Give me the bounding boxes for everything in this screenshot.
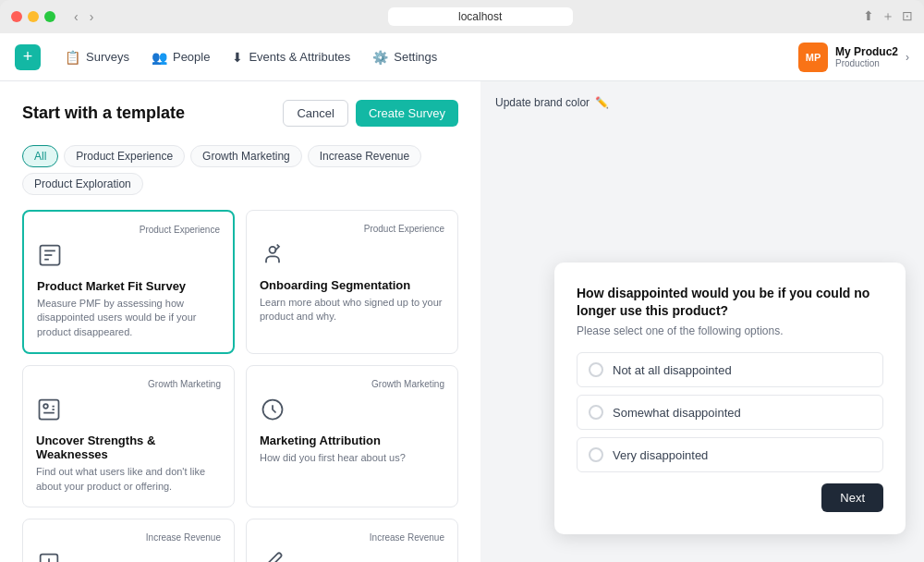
template-card-onboarding[interactable]: Product Experience Onboarding Segmentati…	[246, 210, 458, 354]
org-avatar: MP	[798, 43, 828, 72]
nav-label-settings: Settings	[394, 50, 437, 64]
card-icon-onboarding	[260, 241, 289, 271]
filter-tab-product-exploration[interactable]: Product Exploration	[22, 173, 143, 195]
org-chevron-icon[interactable]: ›	[906, 51, 909, 64]
header-actions: Cancel Create Survey	[283, 100, 458, 127]
nav-label-events: Events & Attributes	[249, 50, 350, 64]
nav-item-surveys[interactable]: 📋 Surveys	[55, 44, 139, 70]
nav-items: 📋 Surveys 👥 People ⬇ Events & Attributes…	[55, 44, 798, 70]
org-env: Production	[835, 58, 898, 68]
filter-tab-product-experience[interactable]: Product Experience	[64, 145, 185, 167]
card-title-attribution: Marketing Attribution	[260, 434, 444, 447]
back-button[interactable]: ‹	[70, 7, 82, 26]
nav-right: MP My Produc2 Production ›	[798, 43, 909, 72]
url-input[interactable]	[388, 7, 573, 26]
template-card-trial[interactable]: Increase Revenue Missed Trial Conversion…	[246, 519, 458, 562]
nav-item-settings[interactable]: ⚙️ Settings	[363, 44, 446, 70]
nav-label-surveys: Surveys	[86, 50, 129, 64]
events-icon: ⬇	[232, 50, 243, 65]
card-badge-attribution: Growth Marketing	[260, 379, 444, 389]
svg-rect-5	[40, 400, 59, 420]
page-title: Start with a template	[22, 104, 185, 123]
brand-color-bar: Update brand color ✏️	[495, 96, 909, 109]
duplicate-icon[interactable]: ⊡	[902, 8, 913, 25]
template-grid: Product Experience Product Market Fit Su…	[22, 210, 458, 562]
template-card-churn[interactable]: Increase Revenue Churn Survey Find out w…	[22, 519, 235, 562]
edit-brand-color-icon[interactable]: ✏️	[595, 96, 609, 109]
app-nav: + 📋 Surveys 👥 People ⬇ Events & Attribut…	[0, 33, 924, 81]
org-info: My Produc2 Production	[835, 45, 898, 68]
org-name: My Produc2	[835, 45, 898, 58]
nav-item-people[interactable]: 👥 People	[142, 44, 219, 70]
browser-titlebar: ‹ › ⬆ ＋ ⊡	[0, 0, 924, 33]
settings-icon: ⚙️	[372, 50, 388, 65]
app-window: + 📋 Surveys 👥 People ⬇ Events & Attribut…	[0, 33, 924, 562]
browser-actions: ⬆ ＋ ⊡	[863, 8, 913, 25]
card-title-onboarding: Onboarding Segmentation	[260, 278, 444, 292]
card-desc-pmf: Measure PMF by assessing how disappointe…	[37, 297, 220, 339]
card-badge-strengths: Growth Marketing	[36, 379, 221, 389]
traffic-lights	[11, 11, 55, 22]
card-badge-onboarding: Product Experience	[260, 224, 444, 234]
card-badge-trial: Increase Revenue	[260, 532, 444, 543]
share-icon[interactable]: ⬆	[863, 8, 874, 25]
survey-option-very[interactable]: Very disappointed	[577, 437, 883, 472]
nav-item-events[interactable]: ⬇ Events & Attributes	[223, 44, 359, 70]
survey-footer: Next	[577, 483, 883, 512]
radio-somewhat	[589, 405, 603, 420]
filter-tab-growth-marketing[interactable]: Growth Marketing	[190, 145, 302, 167]
card-icon-pmf	[37, 242, 67, 272]
card-icon-churn	[36, 550, 66, 562]
survey-subtitle: Please select one of the following optio…	[577, 324, 883, 337]
filter-tab-increase-revenue[interactable]: Increase Revenue	[308, 145, 421, 167]
next-button[interactable]: Next	[821, 483, 883, 512]
right-panel: Update brand color ✏️ How disappointed w…	[480, 81, 924, 562]
survey-option-somewhat[interactable]: Somewhat disappointed	[577, 395, 883, 430]
option-label-somewhat: Somewhat disappointed	[613, 406, 741, 420]
add-button[interactable]: +	[15, 44, 41, 70]
cancel-button[interactable]: Cancel	[283, 100, 347, 127]
browser-controls: ‹ ›	[70, 7, 97, 26]
card-desc-strengths: Find out what users like and don't like …	[36, 465, 221, 494]
forward-button[interactable]: ›	[86, 7, 98, 26]
card-icon-strengths	[36, 397, 66, 426]
radio-not-at-all	[589, 362, 603, 377]
radio-very	[589, 447, 603, 462]
card-desc-attribution: How did you first hear about us?	[260, 451, 444, 465]
card-badge-churn: Increase Revenue	[36, 532, 221, 543]
template-card-pmf[interactable]: Product Experience Product Market Fit Su…	[22, 210, 235, 354]
svg-point-6	[43, 404, 48, 409]
traffic-light-yellow[interactable]	[28, 11, 39, 22]
brand-color-label: Update brand color	[495, 96, 590, 109]
page-header: Start with a template Cancel Create Surv…	[22, 100, 458, 127]
card-title-pmf: Product Market Fit Survey	[37, 279, 220, 293]
card-icon-attribution	[260, 397, 289, 426]
template-card-attribution[interactable]: Growth Marketing Marketing Attribution H…	[246, 365, 458, 507]
template-card-strengths[interactable]: Growth Marketing Uncover Strengths & Wea…	[22, 365, 235, 507]
left-panel: Start with a template Cancel Create Surv…	[0, 81, 480, 562]
traffic-light-green[interactable]	[44, 11, 55, 22]
surveys-icon: 📋	[65, 50, 80, 65]
create-survey-button[interactable]: Create Survey	[356, 100, 458, 127]
survey-preview: How disappointed would you be if you cou…	[554, 263, 906, 534]
card-icon-trial	[260, 550, 289, 562]
main-content: Start with a template Cancel Create Surv…	[0, 81, 924, 562]
filter-tab-all[interactable]: All	[22, 145, 58, 167]
new-tab-icon[interactable]: ＋	[881, 8, 894, 25]
browser-chrome: ‹ › ⬆ ＋ ⊡	[0, 0, 924, 33]
nav-label-people: People	[173, 50, 210, 64]
survey-question: How disappointed would you be if you cou…	[577, 285, 883, 321]
card-badge-pmf: Product Experience	[37, 225, 220, 235]
address-bar	[104, 7, 856, 26]
traffic-light-red[interactable]	[11, 11, 22, 22]
option-label-very: Very disappointed	[613, 448, 708, 462]
people-icon: 👥	[152, 50, 167, 65]
option-label-not-at-all: Not at all disappointed	[613, 363, 732, 377]
card-title-strengths: Uncover Strengths & Weaknesses	[36, 434, 221, 461]
card-desc-onboarding: Learn more about who signed up to your p…	[260, 296, 444, 324]
filter-tabs: All Product Experience Growth Marketing …	[22, 145, 458, 195]
survey-option-not-at-all[interactable]: Not at all disappointed	[577, 352, 883, 387]
